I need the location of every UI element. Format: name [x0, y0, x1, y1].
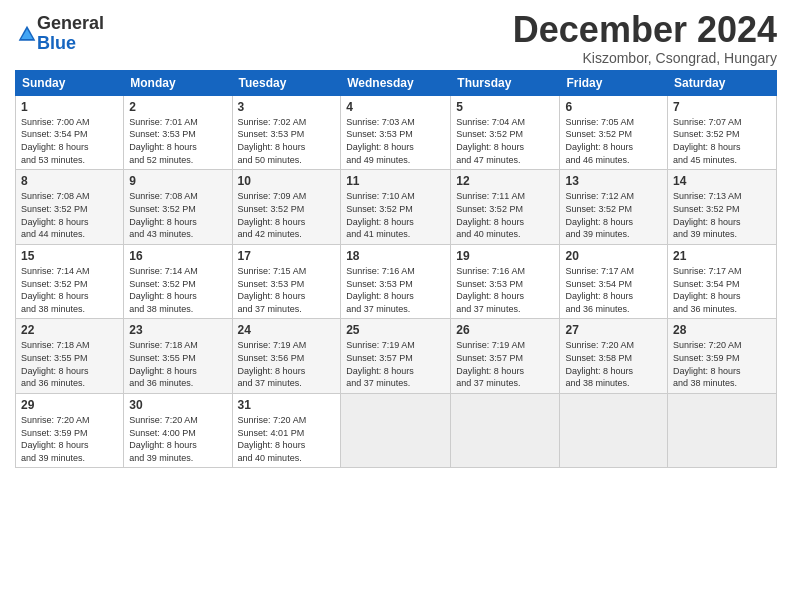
day-number: 11	[346, 173, 445, 189]
day-number: 27	[565, 322, 662, 338]
week-row-1: 1Sunrise: 7:00 AMSunset: 3:54 PMDaylight…	[16, 95, 777, 170]
calendar-cell: 30Sunrise: 7:20 AMSunset: 4:00 PMDayligh…	[124, 393, 232, 468]
day-number: 19	[456, 248, 554, 264]
day-info: Sunrise: 7:08 AMSunset: 3:52 PMDaylight:…	[21, 190, 118, 240]
calendar-cell: 22Sunrise: 7:18 AMSunset: 3:55 PMDayligh…	[16, 319, 124, 394]
logo-text: General Blue	[37, 14, 104, 54]
calendar-cell: 16Sunrise: 7:14 AMSunset: 3:52 PMDayligh…	[124, 244, 232, 319]
day-info: Sunrise: 7:03 AMSunset: 3:53 PMDaylight:…	[346, 116, 445, 166]
day-number: 22	[21, 322, 118, 338]
day-number: 26	[456, 322, 554, 338]
title-block: December 2024 Kiszombor, Csongrad, Hunga…	[513, 10, 777, 66]
day-info: Sunrise: 7:08 AMSunset: 3:52 PMDaylight:…	[129, 190, 226, 240]
logo-general: General	[37, 13, 104, 33]
day-number: 9	[129, 173, 226, 189]
calendar-cell: 7Sunrise: 7:07 AMSunset: 3:52 PMDaylight…	[668, 95, 777, 170]
day-info: Sunrise: 7:14 AMSunset: 3:52 PMDaylight:…	[21, 265, 118, 315]
day-info: Sunrise: 7:04 AMSunset: 3:52 PMDaylight:…	[456, 116, 554, 166]
calendar-cell: 13Sunrise: 7:12 AMSunset: 3:52 PMDayligh…	[560, 170, 668, 245]
month-title: December 2024	[513, 10, 777, 50]
header-wednesday: Wednesday	[341, 70, 451, 95]
day-info: Sunrise: 7:07 AMSunset: 3:52 PMDaylight:…	[673, 116, 771, 166]
general-blue-icon	[17, 24, 37, 44]
day-number: 25	[346, 322, 445, 338]
calendar-cell: 29Sunrise: 7:20 AMSunset: 3:59 PMDayligh…	[16, 393, 124, 468]
main-container: General Blue December 2024 Kiszombor, Cs…	[0, 0, 792, 473]
day-info: Sunrise: 7:16 AMSunset: 3:53 PMDaylight:…	[456, 265, 554, 315]
day-info: Sunrise: 7:20 AMSunset: 3:59 PMDaylight:…	[673, 339, 771, 389]
day-number: 16	[129, 248, 226, 264]
calendar-cell: 2Sunrise: 7:01 AMSunset: 3:53 PMDaylight…	[124, 95, 232, 170]
day-info: Sunrise: 7:19 AMSunset: 3:57 PMDaylight:…	[456, 339, 554, 389]
day-number: 10	[238, 173, 336, 189]
header: General Blue December 2024 Kiszombor, Cs…	[15, 10, 777, 66]
day-info: Sunrise: 7:11 AMSunset: 3:52 PMDaylight:…	[456, 190, 554, 240]
day-info: Sunrise: 7:15 AMSunset: 3:53 PMDaylight:…	[238, 265, 336, 315]
day-number: 7	[673, 99, 771, 115]
calendar-cell: 1Sunrise: 7:00 AMSunset: 3:54 PMDaylight…	[16, 95, 124, 170]
calendar-table: Sunday Monday Tuesday Wednesday Thursday…	[15, 70, 777, 469]
header-sunday: Sunday	[16, 70, 124, 95]
day-number: 20	[565, 248, 662, 264]
calendar-cell: 8Sunrise: 7:08 AMSunset: 3:52 PMDaylight…	[16, 170, 124, 245]
day-info: Sunrise: 7:19 AMSunset: 3:57 PMDaylight:…	[346, 339, 445, 389]
day-number: 2	[129, 99, 226, 115]
calendar-cell: 20Sunrise: 7:17 AMSunset: 3:54 PMDayligh…	[560, 244, 668, 319]
calendar-cell	[341, 393, 451, 468]
day-number: 30	[129, 397, 226, 413]
calendar-cell: 23Sunrise: 7:18 AMSunset: 3:55 PMDayligh…	[124, 319, 232, 394]
day-info: Sunrise: 7:20 AMSunset: 4:00 PMDaylight:…	[129, 414, 226, 464]
day-info: Sunrise: 7:05 AMSunset: 3:52 PMDaylight:…	[565, 116, 662, 166]
day-info: Sunrise: 7:20 AMSunset: 3:59 PMDaylight:…	[21, 414, 118, 464]
calendar-cell: 10Sunrise: 7:09 AMSunset: 3:52 PMDayligh…	[232, 170, 341, 245]
day-number: 18	[346, 248, 445, 264]
day-number: 21	[673, 248, 771, 264]
header-saturday: Saturday	[668, 70, 777, 95]
header-thursday: Thursday	[451, 70, 560, 95]
calendar-cell	[451, 393, 560, 468]
location: Kiszombor, Csongrad, Hungary	[513, 50, 777, 66]
day-number: 3	[238, 99, 336, 115]
calendar-cell: 12Sunrise: 7:11 AMSunset: 3:52 PMDayligh…	[451, 170, 560, 245]
logo-blue: Blue	[37, 33, 76, 53]
calendar-cell: 19Sunrise: 7:16 AMSunset: 3:53 PMDayligh…	[451, 244, 560, 319]
day-number: 8	[21, 173, 118, 189]
calendar-cell: 25Sunrise: 7:19 AMSunset: 3:57 PMDayligh…	[341, 319, 451, 394]
day-number: 1	[21, 99, 118, 115]
day-number: 15	[21, 248, 118, 264]
day-info: Sunrise: 7:02 AMSunset: 3:53 PMDaylight:…	[238, 116, 336, 166]
calendar-cell: 28Sunrise: 7:20 AMSunset: 3:59 PMDayligh…	[668, 319, 777, 394]
day-number: 31	[238, 397, 336, 413]
day-number: 4	[346, 99, 445, 115]
day-info: Sunrise: 7:16 AMSunset: 3:53 PMDaylight:…	[346, 265, 445, 315]
calendar-cell	[560, 393, 668, 468]
day-info: Sunrise: 7:12 AMSunset: 3:52 PMDaylight:…	[565, 190, 662, 240]
day-info: Sunrise: 7:20 AMSunset: 3:58 PMDaylight:…	[565, 339, 662, 389]
calendar-cell: 3Sunrise: 7:02 AMSunset: 3:53 PMDaylight…	[232, 95, 341, 170]
day-number: 5	[456, 99, 554, 115]
day-info: Sunrise: 7:17 AMSunset: 3:54 PMDaylight:…	[565, 265, 662, 315]
day-info: Sunrise: 7:10 AMSunset: 3:52 PMDaylight:…	[346, 190, 445, 240]
day-info: Sunrise: 7:19 AMSunset: 3:56 PMDaylight:…	[238, 339, 336, 389]
week-row-5: 29Sunrise: 7:20 AMSunset: 3:59 PMDayligh…	[16, 393, 777, 468]
day-number: 17	[238, 248, 336, 264]
calendar-cell: 26Sunrise: 7:19 AMSunset: 3:57 PMDayligh…	[451, 319, 560, 394]
calendar-cell: 18Sunrise: 7:16 AMSunset: 3:53 PMDayligh…	[341, 244, 451, 319]
day-number: 29	[21, 397, 118, 413]
calendar-cell: 6Sunrise: 7:05 AMSunset: 3:52 PMDaylight…	[560, 95, 668, 170]
calendar-cell: 24Sunrise: 7:19 AMSunset: 3:56 PMDayligh…	[232, 319, 341, 394]
day-number: 23	[129, 322, 226, 338]
day-info: Sunrise: 7:01 AMSunset: 3:53 PMDaylight:…	[129, 116, 226, 166]
calendar-cell: 27Sunrise: 7:20 AMSunset: 3:58 PMDayligh…	[560, 319, 668, 394]
week-row-2: 8Sunrise: 7:08 AMSunset: 3:52 PMDaylight…	[16, 170, 777, 245]
day-info: Sunrise: 7:09 AMSunset: 3:52 PMDaylight:…	[238, 190, 336, 240]
calendar-cell	[668, 393, 777, 468]
day-number: 24	[238, 322, 336, 338]
header-monday: Monday	[124, 70, 232, 95]
day-info: Sunrise: 7:20 AMSunset: 4:01 PMDaylight:…	[238, 414, 336, 464]
day-number: 14	[673, 173, 771, 189]
week-row-4: 22Sunrise: 7:18 AMSunset: 3:55 PMDayligh…	[16, 319, 777, 394]
calendar-cell: 14Sunrise: 7:13 AMSunset: 3:52 PMDayligh…	[668, 170, 777, 245]
calendar-cell: 4Sunrise: 7:03 AMSunset: 3:53 PMDaylight…	[341, 95, 451, 170]
day-info: Sunrise: 7:18 AMSunset: 3:55 PMDaylight:…	[129, 339, 226, 389]
